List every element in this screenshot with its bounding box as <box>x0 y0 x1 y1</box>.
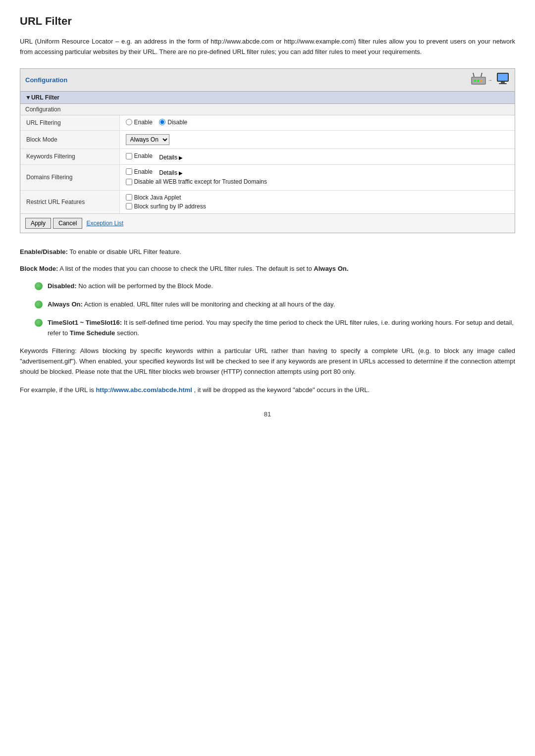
table-row: Block Mode Always On Disabled TimeSlot1 … <box>20 131 515 149</box>
keywords-para: Keywords Filtering: Allows blocking by s… <box>20 346 515 377</box>
row-value-block-mode: Always On Disabled TimeSlot1 TimeSlot2 <box>119 131 515 149</box>
pc-icon <box>496 72 510 88</box>
svg-line-2 <box>473 73 474 77</box>
config-footer: Apply Cancel Exception List <box>20 213 515 233</box>
row-value-url-filtering: Enable Disable <box>119 115 515 131</box>
domain-disable-web-row: Disable all WEB traffic except for Trust… <box>126 178 509 187</box>
block-mode-select[interactable]: Always On Disabled TimeSlot1 TimeSlot2 <box>126 134 169 145</box>
config-header: Configuration → <box>20 69 515 92</box>
config-header-title: Configuration <box>25 76 67 84</box>
bullet-icon-timeslot <box>35 319 43 327</box>
list-item: Always On: Action is enabled. URL filter… <box>35 300 515 310</box>
row-label-url-filtering: URL Filtering <box>20 115 119 131</box>
block-java-label[interactable]: Block Java Applet <box>126 194 504 201</box>
domain-options: Enable Details Disable all WEB traffic e… <box>126 168 509 187</box>
enable-disable-bold: Enable/Disable: <box>20 248 68 255</box>
table-row: Domains Filtering Enable Details <box>20 164 515 190</box>
enable-radio-label[interactable]: Enable <box>126 119 153 126</box>
restrict-options: Block Java Applet Block surfing by IP ad… <box>126 194 509 210</box>
config-box: Configuration → <box>20 68 515 233</box>
always-on-bold: Always On. <box>314 265 348 272</box>
disabled-desc: Disabled: No action will be performed by… <box>48 281 213 292</box>
apply-button[interactable]: Apply <box>25 218 51 229</box>
table-row: Keywords Filtering Enable Details <box>20 149 515 165</box>
row-label-restrict: Restrict URL Features <box>20 190 119 213</box>
disabled-text: No action will be performed by the Block… <box>78 282 213 290</box>
svg-point-5 <box>477 80 479 82</box>
domains-details-link[interactable]: Details <box>159 169 182 176</box>
disable-web-text: Disable all WEB traffic except for Trust… <box>134 178 268 185</box>
disable-label: Disable <box>167 119 187 126</box>
section-header: ▼URL Filter <box>20 92 515 104</box>
always-on-bullet-bold: Always On: <box>48 301 83 308</box>
block-ip-label[interactable]: Block surfing by IP address <box>126 203 504 210</box>
table-row: Restrict URL Features Block Java Applet … <box>20 190 515 213</box>
disable-web-checkbox[interactable] <box>126 179 132 185</box>
example-suffix: , it will be dropped as the keyword "abc… <box>194 386 370 394</box>
keywords-enable-text: Enable <box>134 152 153 159</box>
always-on-desc: Always On: Action is enabled. URL filter… <box>48 300 335 310</box>
always-on-bullet-text: Action is enabled. URL filter rules will… <box>84 301 335 308</box>
example-link[interactable]: http://www.abc.com/abcde.html <box>96 386 192 394</box>
svg-rect-11 <box>499 83 507 84</box>
section-subheader: Configuration <box>20 104 515 115</box>
row-label-block-mode: Block Mode <box>20 131 119 149</box>
page-number: 81 <box>20 410 515 418</box>
router-icon: → <box>470 72 494 88</box>
enable-label: Enable <box>134 119 153 126</box>
svg-text:→: → <box>487 77 492 83</box>
intro-text: URL (Uniform Resource Locator – e.g. an … <box>20 37 515 57</box>
domain-enable-row: Enable Details <box>126 168 509 177</box>
bullet-icon-disabled <box>35 282 43 290</box>
list-item: TimeSlot1 ~ TimeSlot16: It is self-defin… <box>35 318 515 339</box>
time-schedule-bold: Time Schedule <box>70 329 115 337</box>
row-label-keywords: Keywords Filtering <box>20 149 119 165</box>
block-java-text: Block Java Applet <box>134 194 181 201</box>
bullet-list: Disabled: No action will be performed by… <box>35 281 515 338</box>
table-row: URL Filtering Enable Disable <box>20 115 515 131</box>
svg-rect-9 <box>498 74 508 81</box>
keywords-enable-label[interactable]: Enable <box>126 152 153 159</box>
block-ip-text: Block surfing by IP address <box>134 203 206 210</box>
disable-radio[interactable] <box>159 119 165 125</box>
block-mode-text: A list of the modes that you can choose … <box>59 265 314 272</box>
svg-point-4 <box>474 80 476 82</box>
timeslot-desc: TimeSlot1 ~ TimeSlot16: It is self-defin… <box>48 318 515 339</box>
row-value-keywords: Enable Details <box>119 149 515 165</box>
page-title: URL Filter <box>20 15 515 28</box>
header-icons: → <box>470 72 510 88</box>
disable-radio-label[interactable]: Disable <box>159 119 187 126</box>
row-value-domains: Enable Details Disable all WEB traffic e… <box>119 164 515 190</box>
enable-disable-desc: Enable/Disable: To enable or disable URL… <box>20 247 515 257</box>
svg-line-3 <box>481 73 482 77</box>
timeslot-bold: TimeSlot1 ~ TimeSlot16: <box>48 319 122 326</box>
row-value-restrict: Block Java Applet Block surfing by IP ad… <box>119 190 515 213</box>
disable-web-label[interactable]: Disable all WEB traffic except for Trust… <box>126 178 268 185</box>
exception-list-link[interactable]: Exception List <box>86 220 123 227</box>
domains-enable-text: Enable <box>134 168 153 175</box>
example-prefix: For example, if the URL is <box>20 386 96 394</box>
block-ip-checkbox[interactable] <box>126 203 132 209</box>
disabled-bold: Disabled: <box>48 282 77 290</box>
bullet-icon-always-on <box>35 301 43 308</box>
enable-disable-text: To enable or disable URL Filter feature. <box>69 248 181 255</box>
config-table: URL Filtering Enable Disable Block Mode <box>20 115 515 213</box>
row-label-domains: Domains Filtering <box>20 164 119 190</box>
example-para: For example, if the URL is http://www.ab… <box>20 385 515 396</box>
cancel-button[interactable]: Cancel <box>53 218 82 229</box>
list-item: Disabled: No action will be performed by… <box>35 281 515 292</box>
timeslot-suffix: section. <box>117 329 139 337</box>
domains-enable-label[interactable]: Enable <box>126 168 153 175</box>
block-mode-bold: Block Mode: <box>20 265 58 272</box>
enable-radio[interactable] <box>126 119 132 125</box>
block-java-checkbox[interactable] <box>126 194 132 201</box>
svg-point-6 <box>480 80 482 82</box>
block-mode-desc: Block Mode: A list of the modes that you… <box>20 264 515 274</box>
keywords-details-link[interactable]: Details <box>159 154 182 161</box>
svg-rect-10 <box>501 82 505 83</box>
keywords-enable-checkbox[interactable] <box>126 153 132 159</box>
domains-enable-checkbox[interactable] <box>126 168 132 175</box>
